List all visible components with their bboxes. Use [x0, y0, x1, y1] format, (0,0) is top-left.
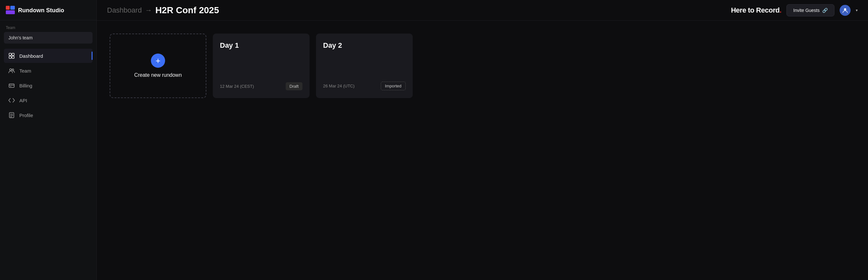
billing-icon	[8, 82, 15, 89]
svg-rect-5	[9, 56, 11, 58]
sidebar-item-profile-label: Profile	[19, 113, 33, 118]
breadcrumb-current: H2R Conf 2025	[155, 5, 219, 15]
profile-icon	[8, 112, 15, 118]
topbar: Dashboard → H2R Conf 2025 Here to Record…	[97, 0, 868, 21]
svg-rect-0	[6, 6, 10, 10]
team-icon	[8, 67, 15, 74]
svg-rect-4	[12, 53, 14, 56]
rundown-date-day2: 26 Mar 24 (UTC)	[323, 84, 355, 88]
svg-point-7	[10, 69, 11, 71]
rundown-meta-day2: 26 Mar 24 (UTC) Imported	[323, 82, 406, 90]
user-avatar[interactable]	[840, 5, 850, 16]
page-content: + Create new rundown Day 1 12 Mar 24 (CE…	[97, 21, 868, 280]
svg-rect-6	[12, 56, 14, 58]
rundown-badge-day2: Imported	[381, 82, 406, 90]
topbar-right: Here to Record. Invite Guests 🔗 ▾	[731, 4, 858, 17]
team-selector[interactable]: John's team	[4, 32, 93, 43]
rundown-date-day1: 12 Mar 24 (CEST)	[220, 84, 254, 89]
sidebar-nav: Dashboard Team Billing	[0, 46, 96, 280]
sidebar-item-api-label: API	[19, 98, 27, 103]
create-rundown-label: Create new rundown	[134, 72, 182, 78]
brand-dot: .	[780, 6, 782, 14]
sidebar-item-team[interactable]: Team	[4, 64, 93, 78]
invite-guests-label: Invite Guests	[793, 8, 819, 13]
avatar-icon	[842, 7, 848, 13]
breadcrumb-arrow: →	[145, 6, 152, 14]
api-icon	[8, 97, 15, 103]
account-chevron[interactable]: ▾	[856, 8, 858, 12]
svg-point-8	[12, 69, 14, 71]
rundown-title-day2: Day 2	[323, 41, 406, 50]
sidebar-logo[interactable]: Rundown Studio	[0, 0, 96, 20]
sidebar-item-billing-label: Billing	[19, 83, 32, 88]
svg-rect-3	[9, 53, 11, 56]
main-content: Dashboard → H2R Conf 2025 Here to Record…	[97, 0, 868, 280]
logo-icon	[6, 6, 15, 15]
sidebar-item-dashboard-label: Dashboard	[19, 53, 43, 59]
svg-rect-1	[10, 6, 15, 10]
svg-rect-10	[10, 86, 11, 87]
app-title: Rundown Studio	[18, 7, 64, 14]
invite-guests-button[interactable]: Invite Guests 🔗	[786, 4, 834, 17]
create-plus-button[interactable]: +	[151, 54, 165, 68]
breadcrumb: Dashboard → H2R Conf 2025	[107, 5, 219, 15]
sidebar-item-profile[interactable]: Profile	[4, 108, 93, 122]
svg-rect-2	[6, 10, 15, 14]
rundown-badge-day1: Draft	[286, 82, 303, 90]
sidebar-item-team-label: Team	[19, 68, 31, 73]
rundown-grid: + Create new rundown Day 1 12 Mar 24 (CE…	[110, 34, 855, 98]
team-label: Team	[4, 26, 93, 30]
rundown-meta-day1: 12 Mar 24 (CEST) Draft	[220, 82, 303, 90]
sidebar: Rundown Studio Team John's team Dashboar…	[0, 0, 97, 280]
svg-point-12	[844, 8, 846, 10]
sidebar-item-api[interactable]: API	[4, 93, 93, 107]
sidebar-item-billing[interactable]: Billing	[4, 79, 93, 93]
brand-text: Here to Record.	[731, 6, 781, 14]
team-name-text: John's team	[8, 35, 33, 40]
rundown-card-day2[interactable]: Day 2 26 Mar 24 (UTC) Imported	[316, 34, 413, 98]
topbar-left: Dashboard → H2R Conf 2025	[107, 5, 219, 15]
create-rundown-card[interactable]: + Create new rundown	[110, 34, 206, 98]
svg-rect-9	[9, 84, 14, 87]
breadcrumb-parent: Dashboard	[107, 6, 142, 14]
rundown-title-day1: Day 1	[220, 41, 303, 50]
link-icon: 🔗	[822, 8, 828, 13]
dashboard-icon	[8, 53, 15, 59]
team-section: Team John's team	[0, 20, 96, 46]
rundown-card-day1[interactable]: Day 1 12 Mar 24 (CEST) Draft	[213, 34, 310, 98]
sidebar-item-dashboard[interactable]: Dashboard	[4, 49, 93, 63]
